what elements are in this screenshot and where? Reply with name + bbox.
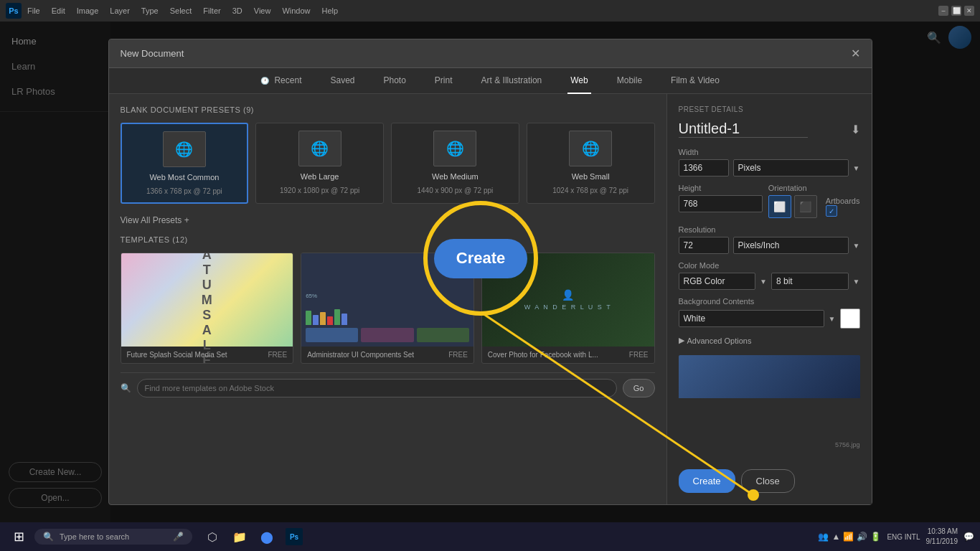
go-button[interactable]: Go <box>623 379 655 397</box>
tray-volume-icon[interactable]: 🔊 <box>857 532 867 542</box>
microphone-icon[interactable]: 🎤 <box>173 532 184 542</box>
menu-type[interactable]: Type <box>141 6 159 15</box>
bg-contents-select[interactable]: White <box>679 310 824 327</box>
save-preset-button[interactable]: ⬇ <box>851 123 860 136</box>
menu-filter[interactable]: Filter <box>203 6 220 15</box>
start-button[interactable]: ⊞ <box>6 524 32 550</box>
clock: 10:38 AM 9/11/2019 <box>926 527 958 547</box>
advanced-options-toggle[interactable]: ▶ Advanced Options <box>679 336 860 345</box>
tray-battery-icon[interactable]: 🔋 <box>870 532 881 542</box>
menu-image[interactable]: Image <box>77 6 99 15</box>
color-depth-select[interactable]: 8 bit <box>771 273 849 290</box>
taskbar-task-view[interactable]: ⬡ <box>201 525 224 548</box>
tab-mobile[interactable]: Mobile <box>614 68 645 94</box>
taskbar-search-bar[interactable]: 🔍 Type here to search 🎤 <box>34 529 192 545</box>
presets-grid: 🌐 Web Most Common 980 x 551 px @ 72 ppi… <box>121 123 655 204</box>
template-cover-photo-tag: FREE <box>629 351 649 359</box>
templates-title: TEMPLATES (12) <box>121 235 655 244</box>
menu-file[interactable]: File <box>27 6 40 15</box>
date-display: 9/11/2019 <box>926 537 958 547</box>
notification-icon[interactable]: 💬 <box>963 532 974 542</box>
template-admin-ui[interactable]: 65% <box>301 253 474 364</box>
tab-photo[interactable]: Photo <box>381 68 409 94</box>
tab-web[interactable]: Web <box>567 68 590 94</box>
tab-art-illustration[interactable]: Art & Illustration <box>479 68 545 94</box>
template-search-input[interactable] <box>137 379 617 397</box>
height-input[interactable] <box>679 195 763 212</box>
preset-web-large-icon: 🌐 <box>298 131 341 166</box>
landscape-button[interactable]: ⬛ <box>794 195 817 218</box>
time-display: 10:38 AM <box>926 527 958 537</box>
color-mode-field-group: Color Mode RGB Color ▼ 8 bit ▼ <box>679 261 860 290</box>
preset-web-medium-name: Web Medium <box>432 172 479 181</box>
template-cover-photo[interactable]: 👤 W A N D E R L U S T Cover Photo for Fa… <box>481 253 655 364</box>
width-unit-select[interactable]: Pixels <box>733 159 849 176</box>
preset-details-label: PRESET DETAILS <box>679 105 860 113</box>
width-unit-arrow: ▼ <box>853 164 860 172</box>
templates-grid: GATUMSALE Future Splash Social Media Set… <box>121 253 655 364</box>
tab-film-video[interactable]: Film & Video <box>668 68 722 94</box>
artboard-checkbox[interactable]: ✓ <box>826 205 837 217</box>
menu-view[interactable]: View <box>254 6 271 15</box>
taskbar-pinned-icons: ⬡ 📁 ⬤ Ps <box>201 525 306 548</box>
bg-color-swatch[interactable] <box>840 309 860 329</box>
width-label: Width <box>679 148 860 156</box>
preset-web-most-common[interactable]: 🌐 Web Most Common 980 x 551 px @ 72 ppi <box>121 123 249 204</box>
tab-saved[interactable]: Saved <box>327 68 357 94</box>
resolution-label: Resolution <box>679 225 860 234</box>
width-input[interactable] <box>679 159 729 176</box>
menu-window[interactable]: Window <box>282 6 310 15</box>
color-mode-arrow: ▼ <box>760 278 767 286</box>
template-admin-ui-footer: Administrator UI Components Set FREE <box>301 347 473 363</box>
template-future-splash[interactable]: GATUMSALE Future Splash Social Media Set… <box>121 253 294 364</box>
right-panel: PRESET DETAILS ⬇ Width Pixels ▼ <box>667 94 872 504</box>
dialog-close-button[interactable]: ✕ <box>851 47 860 60</box>
view-all-presets-button[interactable]: View All Presets + <box>121 215 189 225</box>
resolution-input[interactable] <box>679 237 729 254</box>
thumb-ocean-image <box>679 355 860 398</box>
menu-3d[interactable]: 3D <box>232 6 242 15</box>
tray-network-icon[interactable]: 📶 <box>843 532 854 542</box>
portrait-button[interactable]: ⬜ <box>768 195 791 218</box>
taskbar-chrome[interactable]: ⬤ <box>255 525 278 548</box>
height-orientation-row: Height Orientation ⬜ ⬛ Artboards ✓ <box>679 184 860 218</box>
bg-contents-row: White ▼ <box>679 309 860 329</box>
doc-name-input[interactable] <box>679 121 808 138</box>
close-button[interactable]: ✕ <box>964 6 974 16</box>
system-tray-icons: 👥 ▲ 📶 🔊 🔋 <box>818 532 881 542</box>
preset-web-medium[interactable]: 🌐 Web Medium 1440 x 900 px @ 72 ppi <box>391 123 519 204</box>
recent-thumb-1 <box>679 355 860 434</box>
menu-help[interactable]: Help <box>322 6 339 15</box>
preset-web-most-common-name: Web Most Common <box>149 173 219 182</box>
template-cover-photo-footer: Cover Photo for Facebook with L... FREE <box>482 347 654 363</box>
bg-contents-field-group: Background Contents White ▼ <box>679 297 860 329</box>
language-indicator: ENG INTL <box>887 532 920 542</box>
minimize-button[interactable]: – <box>938 6 948 16</box>
bg-contents-label: Background Contents <box>679 297 860 306</box>
create-document-button[interactable]: Create <box>679 469 735 493</box>
preset-web-large[interactable]: 🌐 Web Large 1920 x 1080 px @ 72 ppi <box>255 123 384 204</box>
artboards-label: Artboards <box>826 197 860 205</box>
bg-contents-arrow: ▼ <box>829 315 836 323</box>
preset-web-small[interactable]: 🌐 Web Small 1024 x 768 px @ 72 ppi <box>527 123 655 204</box>
search-magnifier-icon: 🔍 <box>121 383 131 393</box>
height-field-group: Height <box>679 184 763 218</box>
dialog-close-action-button[interactable]: Close <box>741 469 795 493</box>
menu-layer[interactable]: Layer <box>110 6 130 15</box>
maximize-button[interactable]: ⬜ <box>951 6 961 16</box>
menu-select[interactable]: Select <box>170 6 192 15</box>
menu-edit[interactable]: Edit <box>52 6 65 15</box>
template-admin-ui-thumb: 65% <box>301 253 473 347</box>
taskbar-photoshop[interactable]: Ps <box>283 525 306 548</box>
left-panel: BLANK DOCUMENT PRESETS (9) 🌐 Web Most Co… <box>109 94 667 504</box>
preset-web-large-size: 1920 x 1080 px @ 72 ppi <box>280 187 359 194</box>
tab-recent[interactable]: 🕐 Recent <box>258 68 304 94</box>
resolution-unit-select[interactable]: Pixels/Inch <box>733 237 849 254</box>
tray-up-arrow[interactable]: ▲ <box>831 532 840 542</box>
tray-people-icon[interactable]: 👥 <box>818 532 829 542</box>
color-mode-select[interactable]: RGB Color <box>679 273 756 290</box>
recent-icon: 🕐 <box>260 77 269 85</box>
tab-print[interactable]: Print <box>432 68 456 94</box>
taskbar-file-explorer[interactable]: 📁 <box>228 525 251 548</box>
dialog-title: New Document <box>121 48 184 59</box>
